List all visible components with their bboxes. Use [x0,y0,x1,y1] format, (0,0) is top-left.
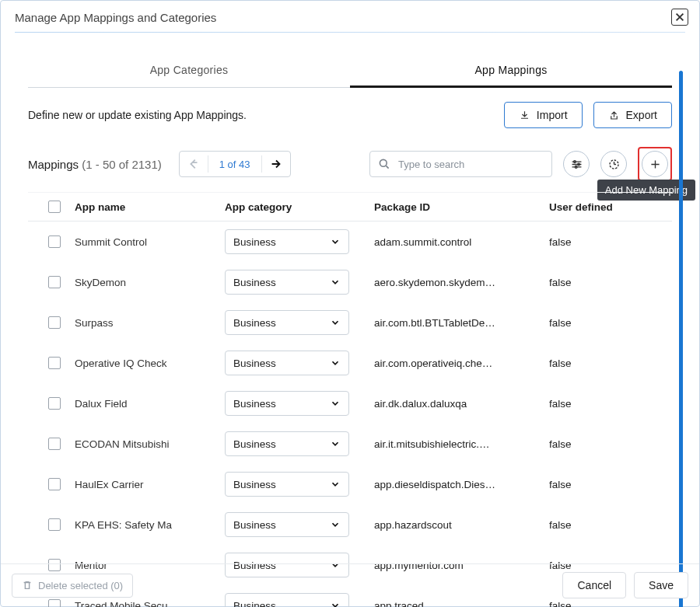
category-select[interactable]: Business [225,229,349,254]
search-box[interactable] [369,151,552,177]
cell-user-defined: false [549,519,642,531]
table-row: SkyDemonBusinessaero.skydemon.skydem…fal… [28,262,672,302]
cell-package-id: adam.summit.control [374,236,549,248]
reset-button[interactable] [600,151,627,177]
category-select[interactable]: Business [225,310,349,335]
category-select[interactable]: Business [225,472,349,497]
svg-point-0 [380,159,387,166]
cell-user-defined: false [549,358,642,369]
arrow-left-icon [187,157,201,171]
add-mapping-button[interactable] [642,151,668,177]
close-button[interactable] [671,9,688,26]
dialog-header: Manage App Mappings and Categories [1,1,699,32]
row-checkbox[interactable] [48,316,61,329]
filter-settings-icon [570,158,583,171]
category-value: Business [233,479,276,490]
table-row: Summit ControlBusinessadam.summit.contro… [28,222,672,262]
table-row: Dalux FieldBusinessair.dk.dalux.daluxqaf… [28,383,672,424]
table-row: SurpassBusinessair.com.btl.BTLTabletDe…f… [28,302,672,343]
export-label: Export [626,109,657,121]
export-button[interactable]: Export [593,102,672,128]
category-value: Business [233,317,276,329]
close-icon [674,12,685,23]
scrollbar-vertical[interactable] [679,71,683,607]
cell-app-name: Summit Control [75,236,225,248]
search-input[interactable] [397,158,537,171]
mappings-table: App name App category Package ID User de… [28,192,672,607]
import-icon [519,110,530,121]
toolbar-primary: Define new or update existing App Mappin… [28,102,672,128]
cell-package-id: app.hazardscout [374,519,549,531]
category-select[interactable]: Business [225,351,349,375]
mappings-heading: Mappings (1 - 50 of 2131) [28,158,162,171]
row-checkbox[interactable] [48,518,61,531]
chevron-down-icon [330,479,341,490]
chevron-down-icon [330,317,341,328]
col-header-name[interactable]: App name [75,201,225,213]
category-value: Business [233,438,276,450]
row-checkbox[interactable] [48,397,61,410]
title-divider [15,32,685,33]
chevron-down-icon [330,277,341,288]
category-value: Business [233,236,276,248]
cell-package-id: air.com.btl.BTLTabletDe… [374,317,549,329]
chevron-down-icon [330,398,341,409]
manage-mappings-dialog: Manage App Mappings and Categories App C… [0,0,700,607]
cell-user-defined: false [549,236,642,248]
cell-package-id: air.com.operativeiq.che… [374,358,549,369]
paginator: 1 of 43 [179,151,291,177]
row-checkbox[interactable] [48,276,61,288]
page-next-button[interactable] [262,157,290,171]
col-header-category[interactable]: App category [225,201,374,213]
tabs: App Categories App Mappings [28,54,672,88]
import-export-group: Import Export [504,102,672,128]
cell-package-id: air.it.mitsubishielectric.… [374,438,549,450]
cell-app-name: Dalux Field [75,398,225,410]
mappings-title: Mappings [28,158,79,171]
cell-app-name: HaulEx Carrier [75,479,225,490]
row-checkbox[interactable] [48,235,61,248]
filter-settings-button[interactable] [563,151,590,177]
cell-user-defined: false [549,438,642,450]
delete-selected-button[interactable]: Delete selected (0) [12,574,133,598]
cell-app-name: SkyDemon [75,277,225,288]
reset-icon [607,158,621,171]
row-checkbox[interactable] [48,438,61,450]
import-label: Import [537,109,568,121]
category-select[interactable]: Business [225,391,349,416]
category-value: Business [233,519,276,531]
trash-icon [22,580,33,591]
toolbar-secondary: Mappings (1 - 50 of 2131) 1 of 43 [28,147,672,181]
import-button[interactable]: Import [504,102,583,128]
cell-app-name: Surpass [75,317,225,329]
table-row: Operative IQ CheckBusinessair.com.operat… [28,343,672,383]
category-select[interactable]: Business [225,270,349,295]
tab-description: Define new or update existing App Mappin… [28,109,247,121]
tab-app-categories[interactable]: App Categories [28,54,350,88]
mappings-range: (1 - 50 of 2131) [82,158,162,171]
row-checkbox[interactable] [48,357,61,369]
category-select[interactable]: Business [225,512,349,537]
select-all-checkbox[interactable] [48,201,61,213]
add-mapping-wrapper: Add New Mapping [638,147,672,181]
page-prev-button[interactable] [180,157,208,171]
chevron-down-icon [330,236,341,247]
tab-app-mappings[interactable]: App Mappings [350,54,672,88]
export-icon [608,110,620,121]
save-button[interactable]: Save [634,572,688,598]
col-header-userdefined[interactable]: User defined [549,201,642,213]
search-icon [378,158,390,170]
cell-app-name: Operative IQ Check [75,358,225,369]
col-header-package[interactable]: Package ID [374,201,549,213]
chevron-down-icon [330,519,341,530]
page-indicator: 1 of 43 [208,159,261,170]
dialog-footer: Delete selected (0) Cancel Save [1,563,699,606]
table-row: HaulEx CarrierBusinessapp.dieseldispatch… [28,464,672,504]
add-highlight-frame [638,147,672,181]
plus-icon [649,158,662,171]
category-select[interactable]: Business [225,431,349,456]
cell-user-defined: false [549,398,642,410]
cell-app-name: KPA EHS: Safety Ma [75,519,225,531]
row-checkbox[interactable] [48,478,61,490]
cancel-button[interactable]: Cancel [562,572,626,598]
